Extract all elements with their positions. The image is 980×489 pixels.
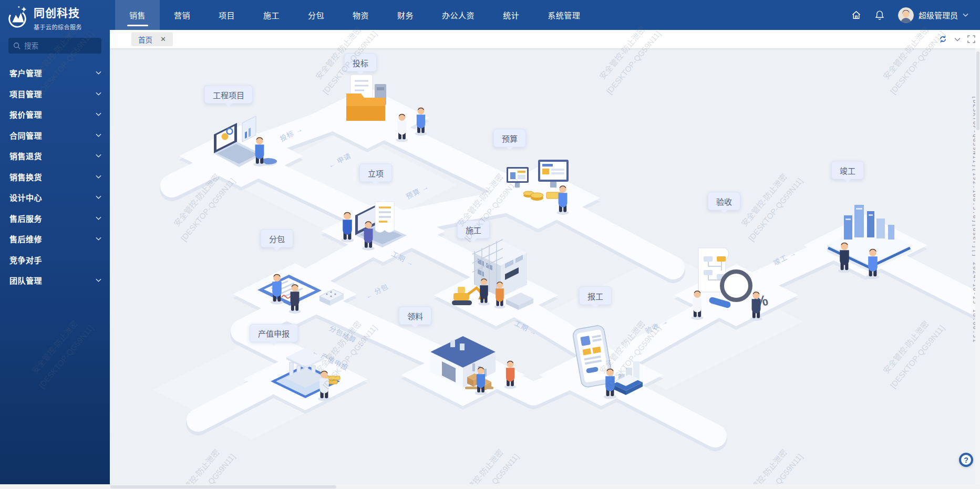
station-icon-bidding xyxy=(346,75,386,121)
sidebar-menu: 客户管理项目管理报价管理合同管理销售退货销售换货设计中心售后服务售后维修竞争对手… xyxy=(0,63,110,484)
sidebar: 同创科技 基于云的综合服务 客户管理项目管理报价管理合同管理销售退货销售换货设计… xyxy=(0,0,110,484)
chevron-down-icon xyxy=(96,195,101,199)
page-tab-1[interactable]: 首页✕ xyxy=(131,32,173,46)
nav-tab-5[interactable]: 分包 xyxy=(294,0,338,30)
nav-tab-9[interactable]: 统计 xyxy=(489,0,533,30)
fullscreen-icon[interactable] xyxy=(967,35,975,43)
chevron-down-icon xyxy=(96,278,101,282)
horizontal-scrollbar[interactable] xyxy=(0,484,980,489)
station-bubble-acceptance: 验收 xyxy=(708,192,740,211)
close-tab-icon[interactable]: ✕ xyxy=(160,36,166,43)
chevron-down-icon[interactable] xyxy=(954,37,961,41)
page-tab-label: 首页 xyxy=(138,34,152,45)
sidebar-item-6[interactable]: 销售换货 xyxy=(0,167,110,188)
nav-tab-2[interactable]: 营销 xyxy=(160,0,204,30)
user-name: 超级管理员 xyxy=(919,9,958,20)
sidebar-item-2[interactable]: 项目管理 xyxy=(0,84,110,105)
chevron-down-icon xyxy=(96,237,101,241)
sidebar-item-4[interactable]: 合同管理 xyxy=(0,125,110,146)
user-avatar xyxy=(898,7,914,23)
home-icon[interactable] xyxy=(851,10,861,20)
tabbar-actions xyxy=(938,35,980,44)
user-menu[interactable]: 超级管理员 xyxy=(898,7,968,23)
module-tabs: 销售营销项目施工分包物资财务办公人资统计系统管理 xyxy=(115,0,594,30)
station-bubble-output-declaration: 产值申报 xyxy=(250,324,298,342)
top-navbar: 销售营销项目施工分包物资财务办公人资统计系统管理 超 xyxy=(110,0,980,30)
sidebar-item-10[interactable]: 竞争对手 xyxy=(0,249,110,270)
app-subtitle: 基于云的综合服务 xyxy=(34,23,82,31)
sidebar-item-label: 报价管理 xyxy=(9,109,42,120)
station-bubble-project-initiation: 立项 xyxy=(359,164,392,182)
sidebar-search[interactable] xyxy=(8,38,101,54)
station-bubble-work-report: 报工 xyxy=(579,287,612,305)
process-illustration: % xyxy=(110,48,980,484)
station-bubble-bidding: 投标 xyxy=(344,54,377,72)
nav-tab-3[interactable]: 项目 xyxy=(204,0,249,30)
chevron-down-icon xyxy=(96,71,101,75)
chevron-down-icon xyxy=(96,112,101,116)
station-bubble-engineering-project: 工程项目 xyxy=(204,86,253,104)
page-tabbar: 首页✕ xyxy=(110,30,980,48)
chevron-down-icon xyxy=(96,216,101,220)
sidebar-item-3[interactable]: 报价管理 xyxy=(0,104,110,125)
app-logo-icon xyxy=(5,5,29,30)
sidebar-item-8[interactable]: 售后服务 xyxy=(0,208,110,229)
chevron-down-icon xyxy=(96,133,101,137)
sidebar-item-label: 销售退货 xyxy=(9,150,42,161)
nav-tab-7[interactable]: 财务 xyxy=(383,0,428,30)
vertical-scrollbar-thumb[interactable] xyxy=(976,51,979,130)
nav-tab-8[interactable]: 办公人资 xyxy=(428,0,489,30)
main-content: % 工程项目投标预算立项施工分包领料产值申报报工验收 xyxy=(110,48,980,484)
search-input[interactable] xyxy=(24,42,97,50)
user-caret-icon xyxy=(963,13,968,17)
sidebar-item-label: 客户管理 xyxy=(9,67,42,78)
sidebar-item-label: 竞争对手 xyxy=(9,254,42,265)
horizontal-scrollbar-thumb[interactable] xyxy=(110,485,336,488)
notifications-bell-icon[interactable] xyxy=(875,10,884,20)
station-bubble-material-requisition: 领料 xyxy=(399,307,431,325)
vertical-scrollbar[interactable] xyxy=(975,48,980,484)
sidebar-item-label: 销售换货 xyxy=(9,171,42,182)
sidebar-item-label: 设计中心 xyxy=(9,192,42,203)
nav-tab-10[interactable]: 系统管理 xyxy=(533,0,594,30)
open-page-tabs: 首页✕ xyxy=(110,32,173,46)
nav-tab-6[interactable]: 物资 xyxy=(338,0,383,30)
sidebar-item-label: 团队管理 xyxy=(9,275,42,286)
sidebar-item-label: 合同管理 xyxy=(9,130,42,141)
station-bubble-completion: 竣工 xyxy=(831,161,864,180)
station-bubble-budget: 预算 xyxy=(493,129,526,148)
chevron-down-icon xyxy=(96,154,101,158)
sidebar-item-9[interactable]: 售后维修 xyxy=(0,228,110,249)
search-icon xyxy=(13,42,20,49)
sidebar-item-label: 售后维修 xyxy=(9,233,42,244)
sidebar-item-label: 售后服务 xyxy=(9,213,42,224)
station-bubble-subcontract: 分包 xyxy=(261,230,293,248)
sidebar-item-5[interactable]: 销售退货 xyxy=(0,145,110,167)
sidebar-item-7[interactable]: 设计中心 xyxy=(0,187,110,208)
chevron-down-icon xyxy=(96,175,101,179)
nav-tab-4[interactable]: 施工 xyxy=(249,0,294,30)
sidebar-item-1[interactable]: 客户管理 xyxy=(0,63,110,84)
help-button[interactable]: ? xyxy=(959,453,973,467)
sidebar-item-11[interactable]: 团队管理 xyxy=(0,270,110,291)
brand: 同创科技 基于云的综合服务 xyxy=(0,0,110,33)
sidebar-item-label: 项目管理 xyxy=(9,88,42,99)
app-title: 同创科技 xyxy=(34,4,82,20)
station-bubble-construction: 施工 xyxy=(457,221,490,239)
nav-tab-1[interactable]: 销售 xyxy=(115,0,160,30)
navbar-right: 超级管理员 xyxy=(851,7,980,23)
refresh-icon[interactable] xyxy=(938,35,947,44)
chevron-down-icon xyxy=(96,92,101,96)
